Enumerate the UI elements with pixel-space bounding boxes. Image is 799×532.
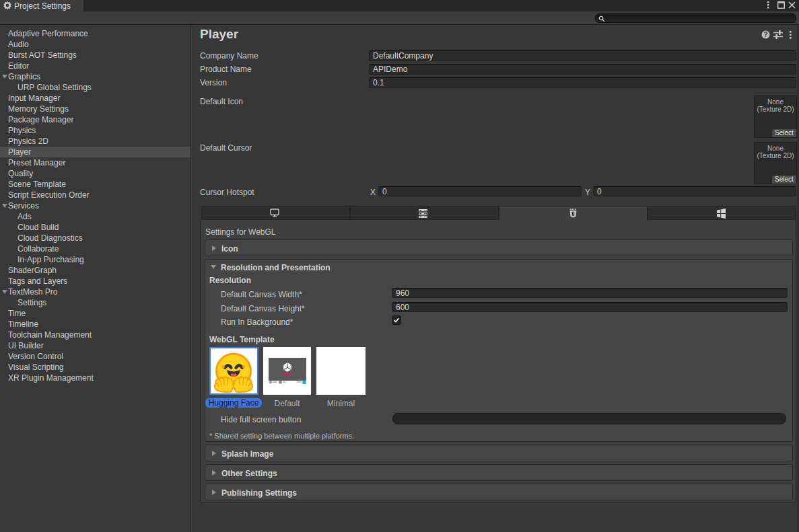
svg-text:?: ?	[763, 31, 767, 38]
